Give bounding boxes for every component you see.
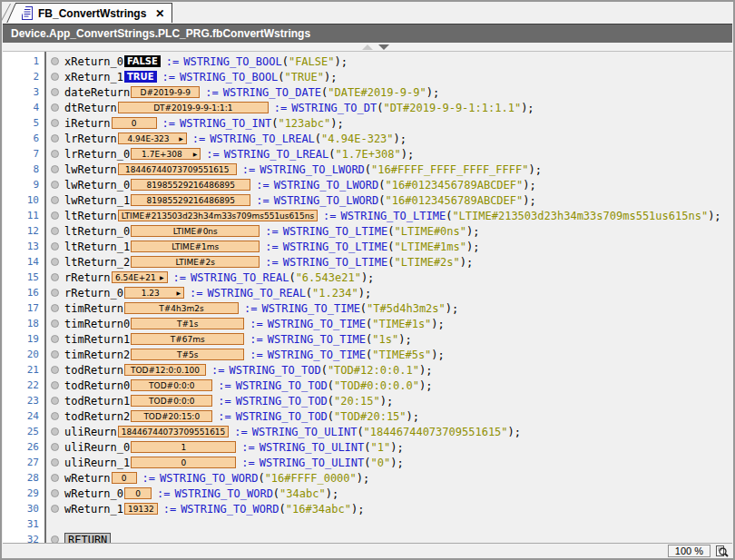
- breakpoint-bullet[interactable]: [51, 489, 59, 497]
- breakpoint-bullet[interactable]: [51, 319, 59, 328]
- monitored-value-box[interactable]: DT#2019-9-9-1:1:1: [118, 102, 269, 113]
- split-expand-icon[interactable]: [378, 44, 389, 50]
- monitored-value: 0: [128, 489, 148, 498]
- monitored-value-box[interactable]: 0: [112, 472, 137, 484]
- breakpoint-bullet[interactable]: [51, 134, 59, 142]
- monitored-value-box[interactable]: TOD#0:0:0: [131, 395, 212, 407]
- code-editor[interactable]: 1xReturn_0FALSE:=WSTRING_TO_BOOL("FALSE"…: [3, 52, 732, 543]
- breakpoint-bullet[interactable]: [51, 165, 59, 173]
- breakpoint-bullet[interactable]: [51, 273, 59, 281]
- breakpoint-column: [44, 196, 64, 204]
- monitored-value-box[interactable]: LTIME#2s: [131, 256, 260, 268]
- breakpoint-bullet[interactable]: [51, 289, 59, 297]
- monitored-value-box[interactable]: LTIME#1ms: [131, 241, 260, 252]
- monitored-value-box[interactable]: D#2019-9-9: [131, 86, 200, 98]
- code-line: 1xReturn_0FALSE:=WSTRING_TO_BOOL("FALSE"…: [3, 54, 732, 69]
- breakpoint-bullet[interactable]: [51, 103, 59, 112]
- monitored-value-box[interactable]: 4.94E-323▶: [118, 133, 187, 144]
- breakpoint-bullet[interactable]: [51, 242, 59, 251]
- breakpoint-bullet[interactable]: [51, 381, 59, 389]
- monitored-value-box[interactable]: TOD#20:15:0: [131, 410, 212, 422]
- monitored-value-box[interactable]: T#1s: [131, 318, 244, 329]
- monitored-value-box[interactable]: LTIME#213503d23h34m33s709ms551us615ns: [118, 210, 318, 221]
- breakpoint-bullet[interactable]: [51, 227, 59, 235]
- expand-value-icon[interactable]: ▶: [179, 136, 183, 142]
- code-text: timReturn0T#1s:=WSTRING_TO_TIME("TIME#1s…: [64, 318, 445, 330]
- monitored-value-box[interactable]: 18446744073709551615: [118, 163, 237, 175]
- monitored-value-box[interactable]: 0: [112, 117, 157, 129]
- monitored-value-box[interactable]: 81985529216486895: [131, 194, 250, 206]
- monitored-value-box[interactable]: TOD#12:0:0.100: [124, 364, 206, 376]
- breakpoint-bullet[interactable]: [51, 57, 59, 65]
- close-paren-semicolon: );: [466, 225, 479, 238]
- breakpoint-bullet[interactable]: [51, 119, 59, 127]
- line-number: 14: [3, 256, 44, 268]
- code-line: 8lwReturn18446744073709551615:=WSTRING_T…: [3, 162, 732, 177]
- monitored-value-box[interactable]: 6.54E+21▶: [112, 271, 168, 283]
- breakpoint-bullet[interactable]: [51, 366, 59, 374]
- code-line: 26uliReurn_01:=WSTRING_TO_ULINT("1");: [3, 439, 732, 455]
- expand-value-icon[interactable]: ▶: [160, 275, 164, 280]
- string-literal: "TOD#20:15": [334, 410, 406, 423]
- monitored-value-box[interactable]: 1.23▶: [124, 287, 184, 299]
- breakpoint-bullet[interactable]: [51, 535, 59, 543]
- breakpoint-bullet[interactable]: [51, 412, 59, 420]
- monitored-value-box[interactable]: LTIME#0ns: [131, 225, 260, 237]
- assign-operator: :=: [218, 395, 230, 408]
- string-literal: "TIME#5s": [372, 349, 431, 361]
- breakpoint-bullet[interactable]: [51, 443, 59, 451]
- variable-name: lrReturn: [64, 133, 117, 145]
- breakpoint-bullet[interactable]: [51, 397, 59, 405]
- expand-value-icon[interactable]: ▶: [193, 152, 198, 157]
- open-paren: (: [378, 179, 385, 192]
- breakpoint-bullet[interactable]: [51, 88, 59, 96]
- open-paren: (: [366, 318, 372, 330]
- monitored-value-box[interactable]: T#67ms: [131, 333, 244, 345]
- breakpoint-bullet[interactable]: [51, 335, 59, 343]
- breakpoint-bullet[interactable]: [51, 458, 59, 467]
- breakpoint-bullet[interactable]: [51, 505, 59, 513]
- expand-value-icon[interactable]: ▶: [176, 290, 181, 296]
- monitored-value-box[interactable]: 19132: [124, 503, 158, 515]
- breakpoint-bullet[interactable]: [51, 196, 59, 204]
- monitored-value-box[interactable]: 0: [131, 457, 236, 468]
- breakpoint-bullet[interactable]: [51, 211, 59, 220]
- assign-operator: :=: [265, 241, 278, 253]
- breakpoint-bullet[interactable]: [51, 304, 59, 312]
- monitored-value-box[interactable]: TOD#0:0:0: [131, 379, 212, 391]
- close-paren-semicolon: );: [528, 163, 541, 176]
- string-literal: "16#FFFF_0000": [265, 472, 357, 485]
- breakpoint-bullet[interactable]: [51, 474, 59, 482]
- monitored-value-box[interactable]: T#4h3m2s: [124, 302, 239, 314]
- string-literal: "18446744073709551615": [364, 426, 508, 438]
- conversion-function: WSTRING_TO_LREAL: [210, 133, 315, 145]
- monitored-value-box[interactable]: FALSE: [124, 55, 161, 67]
- monitored-value-box[interactable]: 0: [124, 487, 152, 499]
- breakpoint-bullet[interactable]: [51, 427, 59, 436]
- breakpoint-column: [44, 165, 64, 173]
- magnifier-page-icon[interactable]: [714, 545, 729, 558]
- string-literal: "TIME#1s": [372, 318, 431, 330]
- close-paren-semicolon: );: [394, 133, 407, 145]
- tab-fb-convertwstrings[interactable]: FB_ConvertWstrings ✕: [15, 3, 172, 23]
- monitored-value-box[interactable]: 81985529216486895: [131, 179, 250, 191]
- variable-name: todReturn1: [64, 395, 130, 408]
- variable-name: timReturn1: [64, 333, 130, 346]
- split-collapse-icon[interactable]: [362, 44, 373, 50]
- zoom-level-button[interactable]: 100 %: [668, 545, 710, 557]
- code-line: 25uliReurn18446744073709551615:=WSTRING_…: [3, 424, 732, 439]
- assign-operator: :=: [234, 426, 247, 438]
- close-paren-semicolon: );: [324, 71, 337, 84]
- monitored-value-box[interactable]: T#5s: [131, 349, 244, 360]
- breakpoint-bullet[interactable]: [51, 350, 59, 359]
- monitored-value-box[interactable]: 18446744073709551615: [118, 426, 230, 437]
- breakpoint-bullet[interactable]: [51, 181, 59, 189]
- monitored-value: D#2019-9-9: [134, 88, 196, 97]
- monitored-value-box[interactable]: TRUE: [124, 71, 156, 83]
- monitored-value-box[interactable]: 1.7E+308▶: [131, 148, 201, 160]
- breakpoint-bullet[interactable]: [51, 150, 59, 158]
- monitored-value-box[interactable]: 1: [131, 441, 236, 453]
- breakpoint-bullet[interactable]: [51, 258, 59, 266]
- close-icon[interactable]: ✕: [155, 7, 164, 20]
- breakpoint-bullet[interactable]: [51, 73, 59, 81]
